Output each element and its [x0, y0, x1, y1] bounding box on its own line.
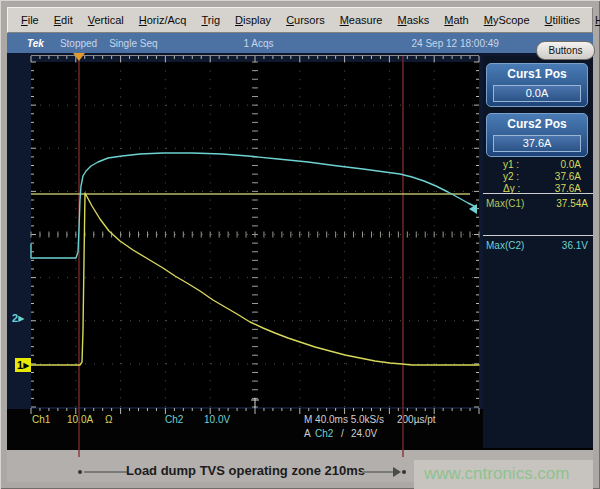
trigger-source: Ch2 [315, 428, 333, 439]
acquisition-count: 1 Acqs [244, 38, 274, 49]
menu-item-cursors[interactable]: Cursors [279, 12, 332, 28]
zone-left-dot [78, 470, 82, 474]
menu-item-myscope[interactable]: MyScope [477, 12, 537, 28]
trigger-prefix: A [304, 428, 311, 439]
zone-right-line [362, 471, 394, 473]
cursor-y1-row: y1 :0.0A [503, 159, 581, 171]
watermark-text: www.cntronics.com [424, 464, 569, 484]
side-control-panel: Curs1 Pos 0.0A Curs2 Pos 37.6A y1 :0.0A … [483, 56, 593, 448]
menu-item-horiz-acq[interactable]: Horiz/Acq [132, 12, 194, 28]
measurement-max-c1: Max(C1)37.54A [486, 198, 590, 209]
curs1-pos-control[interactable]: Curs1 Pos 0.0A [486, 63, 588, 107]
ch1-marker-arrow-icon: ▶ [23, 361, 29, 370]
ch2-label: Ch2 [165, 414, 183, 425]
status-bar: Tek Stopped Single Seq 1 Acqs 24 Sep 12 … [7, 33, 593, 53]
oscilloscope-window: FileEditVerticalHoriz/AcqTrigDisplayCurs… [0, 0, 600, 489]
buttons-button[interactable]: Buttons [536, 41, 595, 60]
divider [483, 235, 593, 236]
acquisition-mode: Single Seq [109, 38, 157, 49]
trigger-level[interactable]: 24.0V [351, 428, 377, 439]
curs2-pos-control[interactable]: Curs2 Pos 37.6A [486, 113, 588, 157]
curs2-pos-value[interactable]: 37.6A [493, 135, 581, 152]
datetime: 24 Sep 12 18:00:49 [412, 38, 499, 49]
resolution-readout: 200µs/pt [397, 414, 436, 425]
menu-item-trig[interactable]: Trig [195, 12, 228, 28]
menu-item-display[interactable]: Display [228, 12, 278, 28]
timebase-readout[interactable]: M 40.0ms 5.0kS/s [304, 414, 384, 425]
zone-left-line [84, 471, 128, 473]
menu-item-masks[interactable]: Masks [390, 12, 436, 28]
ch1-label: Ch1 [32, 414, 50, 425]
ch1-impedance: Ω [105, 414, 112, 425]
menu-item-file[interactable]: File [14, 12, 46, 28]
curs1-pos-label: Curs1 Pos [487, 67, 587, 81]
tek-logo: Tek [27, 38, 44, 49]
ch1-scale[interactable]: 10.0A [67, 414, 93, 425]
trigger-slope-icon: / [341, 428, 344, 439]
curs1-pos-value[interactable]: 0.0A [493, 85, 581, 102]
ch2-reference-marker[interactable]: 2▶ [12, 312, 24, 324]
menu-item-math[interactable]: Math [437, 12, 475, 28]
ch2-scale[interactable]: 10.0V [204, 414, 230, 425]
graticule [31, 62, 479, 407]
menu-item-measure[interactable]: Measure [333, 12, 390, 28]
menu-item-utilities[interactable]: Utilities [538, 12, 587, 28]
menu-bar: FileEditVerticalHoriz/AcqTrigDisplayCurs… [7, 7, 593, 33]
zone-right-dot [402, 470, 406, 474]
curs2-pos-label: Curs2 Pos [487, 117, 587, 131]
menu-item-help[interactable]: Help [588, 12, 600, 28]
cursor-y2-row: y2 :37.6A [503, 171, 581, 183]
menu-item-edit[interactable]: Edit [47, 12, 80, 28]
ch1-reference-marker[interactable]: 1▶ [15, 358, 31, 372]
divider [483, 193, 593, 194]
measurement-max-c2: Max(C2)36.1V [486, 240, 590, 251]
zone-annotation-text: Load dump TVS operating zone 210ms [126, 463, 364, 478]
menu-item-vertical[interactable]: Vertical [81, 12, 131, 28]
acquisition-state: Stopped [60, 38, 97, 49]
ch2-marker-arrow-icon: ▶ [18, 314, 24, 323]
